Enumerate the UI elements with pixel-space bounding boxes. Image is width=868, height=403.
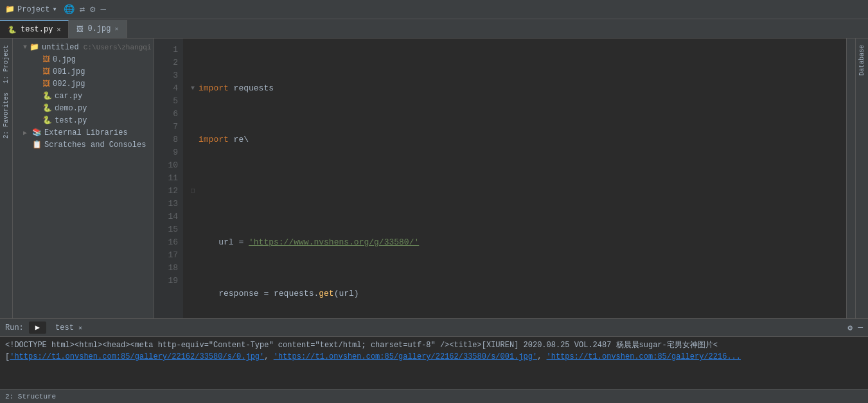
run-label: Run: — [5, 323, 24, 332]
bottom-content: <!DOCTYPE html><html><head><meta http-eq… — [0, 337, 868, 389]
minimize-icon[interactable]: — — [101, 4, 106, 15]
top-icons: 🌐 ⇄ ⚙ — — [64, 4, 106, 15]
code-line-2: import re\ — [191, 133, 846, 146]
scratches-icon: 📋 — [32, 140, 42, 150]
expand-arrow-untitled: ▼ — [23, 44, 27, 51]
editor-content[interactable]: 1 2 3 4 5 6 7 8 9 10 11 12 13 14 15 16 1… — [154, 39, 846, 318]
editor-area: 1 2 3 4 5 6 7 8 9 10 11 12 13 14 15 16 1… — [154, 39, 846, 318]
tree-item-scratches[interactable]: 📋 Scratches and Consoles — [13, 139, 154, 151]
code-line-3: □ — [191, 185, 846, 198]
img-0jpg-icon: 🖼 — [42, 55, 50, 64]
chevron-down-icon: ▾ — [52, 4, 57, 14]
python-file-icon: 🐍 — [8, 26, 17, 34]
extlibs-icon: 📚 — [32, 128, 42, 137]
globe-icon[interactable]: 🌐 — [64, 4, 75, 15]
tree-item-ext-libs[interactable]: ▶ 📚 External Libraries — [13, 126, 154, 139]
tree-item-testpy[interactable]: 🐍 test.py — [13, 114, 154, 126]
line-numbers: 1 2 3 4 5 6 7 8 9 10 11 12 13 14 15 16 1… — [154, 39, 183, 318]
run-output-line-2: ['https://t1.onvshen.com:85/gallery/2216… — [5, 351, 863, 363]
status-bar: 2: Structure — [0, 389, 868, 403]
code-panel[interactable]: ▼import requests import re\ □ url = 'htt… — [183, 39, 846, 318]
py-test-icon: 🐍 — [42, 116, 52, 125]
output-link-1[interactable]: 'https://t1.onvshen.com:85/gallery/22162… — [10, 352, 264, 361]
fold-3[interactable]: □ — [191, 185, 199, 198]
bottom-right-icons: ⚙ — — [847, 323, 863, 333]
py-car-icon: 🐍 — [42, 91, 52, 101]
sync-icon[interactable]: ⇄ — [80, 4, 85, 15]
tree-item-untitled[interactable]: ▼ 📁 untitled C:\Users\zhangqi — [13, 41, 154, 53]
sidebar-tree: ▼ 📁 untitled C:\Users\zhangqi 🖼 0.jpg 🖼 … — [13, 39, 154, 318]
tree-item-carpy[interactable]: 🐍 car.py — [13, 90, 154, 102]
bottom-tab-run[interactable]: ▶ — [29, 322, 46, 334]
tree-item-demopy[interactable]: 🐍 demo.py — [13, 102, 154, 114]
settings-icon[interactable]: ⚙ — [90, 4, 95, 15]
folder-untitled-icon: 📁 — [30, 42, 39, 52]
tree-item-001jpg[interactable]: 🖼 001.jpg — [13, 65, 154, 78]
code-line-1: ▼import requests — [191, 82, 846, 95]
tree-item-002jpg[interactable]: 🖼 002.jpg — [13, 78, 154, 90]
left-vtabs: 1: Project 2: Favorites — [0, 39, 13, 318]
img-001jpg-icon: 🖼 — [42, 67, 50, 76]
bottom-tab-test[interactable]: test ✕ — [49, 322, 89, 334]
run-output-line-1: <!DOCTYPE html><html><head><meta http-eq… — [5, 339, 863, 351]
vtab-project[interactable]: 1: Project — [1, 41, 11, 87]
tabs-bar: 🐍 test.py ✕ 🖼 0.jpg ✕ — [0, 19, 868, 39]
scratches-label: Scratches and Consoles — [44, 141, 146, 150]
close-bottom-icon[interactable]: — — [858, 323, 863, 332]
tab-test-py[interactable]: 🐍 test.py ✕ — [0, 20, 69, 38]
sidebar: ▼ 📁 untitled C:\Users\zhangqi 🖼 0.jpg 🖼 … — [13, 39, 154, 318]
top-bar: 📁 Project ▾ 🌐 ⇄ ⚙ — — [0, 0, 868, 19]
main-layout: 1: Project 2: Favorites ▼ 📁 untitled C:\… — [0, 39, 868, 318]
folder-icon: 📁 — [5, 4, 15, 14]
code-line-5: response = requests.get(url) — [191, 287, 846, 300]
right-panel — [846, 39, 855, 318]
bottom-panel: Run: ▶ test ✕ ⚙ — <!DOCTYPE html><html><… — [0, 318, 868, 389]
status-left: 2: Structure — [5, 393, 56, 400]
close-tab-test-py[interactable]: ✕ — [57, 26, 60, 33]
settings-run-icon[interactable]: ⚙ — [847, 323, 853, 333]
vtab-database[interactable]: Database — [857, 41, 867, 80]
top-bar-left: 📁 Project ▾ 🌐 ⇄ ⚙ — — [5, 4, 106, 15]
bottom-tabs-bar: Run: ▶ test ✕ ⚙ — — [0, 319, 868, 337]
vtab-structure[interactable]: 2: Structure — [5, 393, 56, 400]
close-tab-0-jpg[interactable]: ✕ — [114, 25, 118, 33]
fold-1[interactable]: ▼ — [191, 82, 199, 95]
expand-arrow-extlibs: ▶ — [23, 129, 30, 137]
output-link-2[interactable]: 'https://t1.onvshen.com:85/gallery/22162… — [274, 352, 537, 361]
code-line-4: url = 'https://www.nvshens.org/g/33580/' — [191, 236, 846, 249]
output-link-3[interactable]: 'https://t1.onvshen.com:85/gallery/2216.… — [547, 352, 741, 361]
tab-0-jpg[interactable]: 🖼 0.jpg ✕ — [69, 20, 127, 38]
image-file-icon: 🖼 — [76, 25, 84, 33]
right-vtabs: Database — [855, 39, 868, 318]
close-run-tab[interactable]: ✕ — [78, 325, 82, 332]
img-002jpg-icon: 🖼 — [42, 79, 50, 89]
vtab-favorites[interactable]: 2: Favorites — [1, 89, 11, 142]
tree-item-0jpg[interactable]: 🖼 0.jpg — [13, 53, 154, 65]
project-menu[interactable]: 📁 Project ▾ — [5, 4, 57, 14]
py-demo-icon: 🐍 — [42, 103, 52, 113]
